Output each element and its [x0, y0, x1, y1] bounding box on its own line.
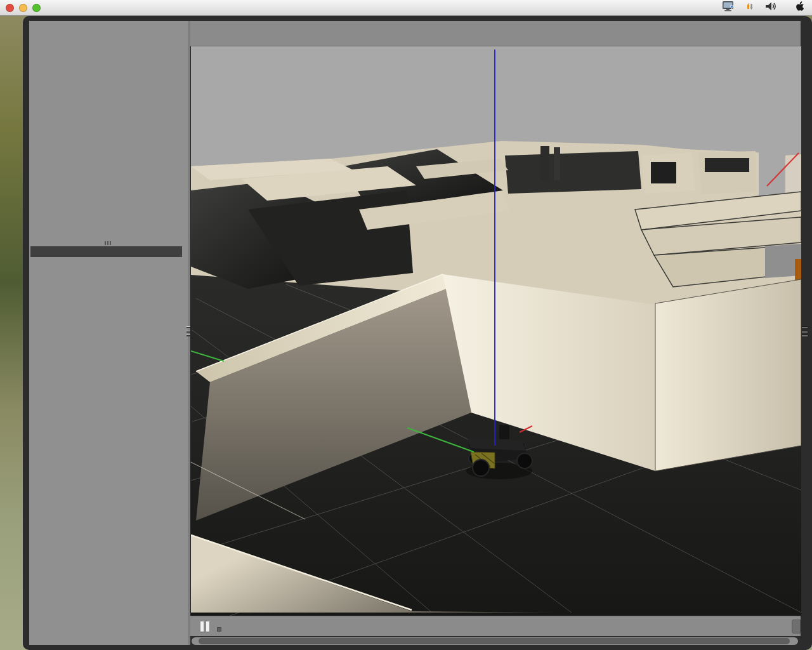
left-panel	[29, 21, 188, 645]
render-canvas[interactable]	[190, 46, 801, 616]
zoom-button[interactable]	[32, 4, 41, 12]
column-grip[interactable]	[105, 241, 111, 245]
pause-button[interactable]	[200, 621, 209, 632]
simulation-statusbar	[190, 616, 801, 636]
display-icon[interactable]	[721, 1, 735, 15]
robot-sensor	[499, 425, 509, 439]
property-table-header	[30, 246, 182, 257]
menubar	[0, 0, 812, 16]
volume-icon[interactable]	[764, 1, 777, 15]
dock	[0, 16, 23, 650]
reset-button[interactable]	[792, 620, 801, 633]
close-button[interactable]	[6, 4, 14, 12]
scrollbar-thumb[interactable]	[199, 638, 790, 644]
minimize-button[interactable]	[19, 4, 27, 12]
viewport-column	[190, 21, 801, 645]
menubar-tray	[721, 1, 806, 15]
updates-icon[interactable]	[744, 1, 756, 15]
window-controls	[6, 4, 41, 12]
gazebo-window	[23, 16, 812, 650]
apple-icon[interactable]	[795, 1, 806, 15]
horizontal-scrollbar[interactable]	[192, 637, 798, 645]
splitter-grip-right[interactable]	[802, 326, 808, 336]
scene-3d	[191, 46, 801, 616]
step-button[interactable]	[217, 627, 221, 632]
property-column-label	[32, 246, 103, 257]
render-toolbar	[190, 21, 801, 46]
